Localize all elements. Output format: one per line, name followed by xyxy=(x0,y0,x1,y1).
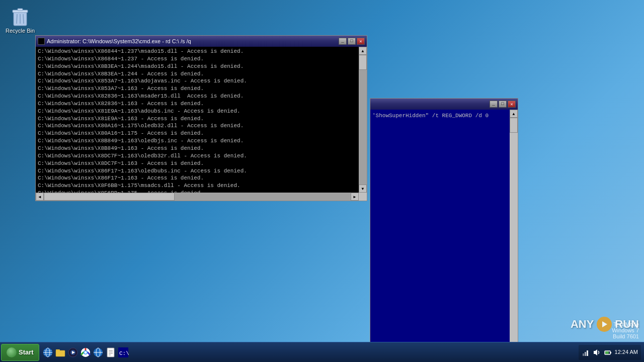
svg-rect-2 xyxy=(18,9,23,11)
svg-line-3 xyxy=(17,14,17,24)
cmd1-title-area: Administrator: C:\Windows\System32\cmd.e… xyxy=(38,38,191,45)
cmd1-hscroll-thumb[interactable] xyxy=(44,193,175,201)
cmd2-content: 'ShowSuperHidden" /t REG_DWORD /d 0 xyxy=(370,110,510,344)
cmd1-hscrollbar[interactable]: ◀ ▶ xyxy=(36,193,367,201)
anyrun-text-any: ANY xyxy=(571,318,594,331)
cmd1-scroll-track[interactable] xyxy=(359,55,367,185)
taskbar-right: 12:24 AM xyxy=(579,345,643,360)
cmd-window-2: _ □ ✕ 'ShowSuperHidden" /t REG_DWORD /d … xyxy=(370,98,518,344)
svg-rect-25 xyxy=(107,348,114,357)
cmd2-scrollbar[interactable]: ▲ ▼ xyxy=(510,110,518,344)
sound-tray-icon[interactable] xyxy=(593,348,601,356)
taskbar-media-icon[interactable] xyxy=(67,347,78,358)
cmd1-minimize-button[interactable]: _ xyxy=(339,38,347,45)
network-tray-icon[interactable] xyxy=(582,348,590,356)
cmd1-restore-button[interactable]: □ xyxy=(348,38,356,45)
cmd2-scroll-thumb[interactable] xyxy=(510,118,518,133)
cmd1-output: C:\Windows\winsxs\X86844~1.237\msado15.d… xyxy=(38,48,357,193)
svg-rect-37 xyxy=(610,352,611,353)
svg-line-5 xyxy=(23,14,24,24)
svg-rect-34 xyxy=(587,350,588,356)
cmd1-scroll-corner xyxy=(359,193,367,201)
cmd1-content: C:\Windows\winsxs\X86844~1.237\msado15.d… xyxy=(36,47,359,193)
cmd1-titlebar: Administrator: C:\Windows\System32\cmd.e… xyxy=(36,36,367,47)
cmd1-vscrollbar[interactable]: ▲ ▼ xyxy=(359,47,367,193)
cmd2-minimize-button[interactable]: _ xyxy=(490,101,498,108)
quick-launch-bar: C:\ xyxy=(42,347,129,358)
taskbar-notepad-icon[interactable] xyxy=(105,347,116,358)
recycle-bin-graphic xyxy=(10,5,30,27)
svg-point-21 xyxy=(84,351,87,353)
cmd1-hscroll-left[interactable]: ◀ xyxy=(36,193,44,201)
version-line1: Test Mode xyxy=(612,321,639,327)
system-clock[interactable]: 12:24 AM xyxy=(615,348,638,355)
svg-marker-6 xyxy=(602,321,607,327)
version-line3: Build 7601 xyxy=(612,333,639,339)
recycle-bin-label: Recycle Bin xyxy=(6,28,35,34)
version-line2: Windows 7 xyxy=(612,327,639,333)
recycle-bin-icon[interactable]: Recycle Bin xyxy=(3,3,38,36)
cmd2-controls: _ □ ✕ xyxy=(490,101,516,108)
cmd2-scroll-up[interactable]: ▲ xyxy=(510,110,518,118)
svg-text:C:\: C:\ xyxy=(119,350,129,356)
taskbar-ie2-icon[interactable] xyxy=(93,347,104,358)
windows-version: Test Mode Windows 7 Build 7601 xyxy=(612,321,639,339)
taskbar-ie-icon[interactable] xyxy=(42,347,53,358)
cmd2-output: 'ShowSuperHidden" /t REG_DWORD /d 0 xyxy=(372,113,489,119)
system-tray: 12:24 AM xyxy=(579,345,641,360)
power-tray-icon[interactable] xyxy=(604,348,612,356)
svg-rect-32 xyxy=(583,353,584,356)
cmd1-title-text: Administrator: C:\Windows\System32\cmd.e… xyxy=(47,38,191,44)
cmd2-body: 'ShowSuperHidden" /t REG_DWORD /d 0 ▲ ▼ xyxy=(370,110,518,344)
clock-time: 12:24 AM xyxy=(615,348,638,355)
svg-rect-33 xyxy=(585,352,586,356)
cmd-window-icon xyxy=(38,38,45,45)
taskbar-cmd-icon[interactable]: C:\ xyxy=(118,347,129,358)
start-button[interactable]: Start xyxy=(1,344,39,361)
cmd-window-1: Administrator: C:\Windows\System32\cmd.e… xyxy=(35,35,367,201)
svg-rect-38 xyxy=(605,351,609,354)
cmd1-scroll-thumb[interactable] xyxy=(359,55,367,70)
svg-marker-35 xyxy=(594,349,597,355)
cmd1-scroll-up[interactable]: ▲ xyxy=(359,47,367,55)
start-label: Start xyxy=(19,348,34,356)
cmd1-controls: _ □ ✕ xyxy=(339,38,365,45)
cmd2-titlebar: _ □ ✕ xyxy=(370,99,518,110)
desktop: Recycle Bin _ □ ✕ 'ShowSuperHidden" /t R… xyxy=(0,0,644,362)
anyrun-play-icon xyxy=(597,317,612,332)
cmd2-close-button[interactable]: ✕ xyxy=(508,101,516,108)
taskbar: Start xyxy=(0,342,644,362)
cmd1-hscroll-track[interactable] xyxy=(44,193,351,201)
start-orb-icon xyxy=(7,347,17,357)
cmd1-close-button[interactable]: ✕ xyxy=(357,38,365,45)
taskbar-explorer-icon[interactable] xyxy=(55,347,66,358)
cmd1-hscroll-right[interactable]: ▶ xyxy=(351,193,359,201)
play-triangle xyxy=(601,321,608,328)
cmd1-scroll-down[interactable]: ▼ xyxy=(359,185,367,193)
taskbar-chrome-icon[interactable] xyxy=(80,347,91,358)
cmd1-body: C:\Windows\winsxs\X86844~1.237\msado15.d… xyxy=(36,47,367,193)
cmd2-restore-button[interactable]: □ xyxy=(499,101,507,108)
